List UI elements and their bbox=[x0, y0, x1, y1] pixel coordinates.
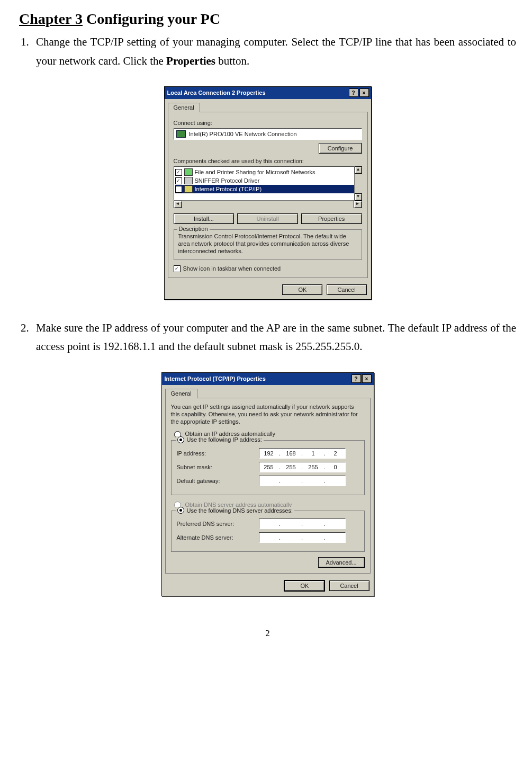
advanced-button[interactable]: Advanced... bbox=[318, 557, 365, 568]
horizontal-scrollbar[interactable]: ◄ ► bbox=[174, 200, 362, 208]
scroll-left-icon[interactable]: ◄ bbox=[174, 201, 182, 208]
page-number: 2 bbox=[19, 628, 516, 639]
dns-manual-group: Use the following DNS server addresses: … bbox=[171, 511, 365, 552]
scroll-down-icon[interactable]: ▼ bbox=[355, 193, 362, 201]
alternate-dns-input[interactable]: ... bbox=[259, 532, 346, 543]
tcpip-properties-dialog: Internet Protocol (TCP/IP) Properties ? … bbox=[161, 372, 374, 596]
scroll-up-icon[interactable]: ▲ bbox=[355, 166, 362, 174]
radio-use-following[interactable] bbox=[177, 436, 184, 443]
close-icon[interactable]: × bbox=[362, 374, 372, 383]
lan-properties-dialog: Local Area Connection 2 Properties ? × G… bbox=[164, 86, 372, 299]
close-icon[interactable]: × bbox=[359, 88, 369, 97]
protocol-icon bbox=[184, 177, 193, 184]
list-item: ✓ SNIFFER Protocol Driver bbox=[175, 176, 360, 185]
help-icon[interactable]: ? bbox=[349, 88, 358, 97]
uninstall-button: Uninstall bbox=[237, 213, 298, 224]
preferred-dns-input[interactable]: ... bbox=[259, 518, 346, 529]
cancel-button[interactable]: Cancel bbox=[329, 580, 369, 591]
titlebar[interactable]: Local Area Connection 2 Properties ? × bbox=[165, 87, 371, 99]
subnet-label: Subnet mask: bbox=[177, 464, 259, 470]
connect-using-label: Connect using: bbox=[174, 120, 362, 126]
adapter-field: Intel(R) PRO/100 VE Network Connection bbox=[174, 128, 362, 140]
checkbox-icon[interactable]: ✓ bbox=[175, 177, 182, 184]
info-note: You can get IP settings assigned automat… bbox=[171, 404, 365, 425]
ip-label: IP address: bbox=[177, 450, 259, 457]
service-icon bbox=[184, 168, 193, 176]
step-1: Change the TCP/IP setting of your managi… bbox=[32, 33, 516, 70]
configure-button[interactable]: Configure bbox=[319, 143, 362, 154]
step-2: Make sure the IP address of your compute… bbox=[32, 319, 516, 356]
description-text: Transmission Control Protocol/Internet P… bbox=[178, 233, 357, 255]
checkbox-icon[interactable]: ✓ bbox=[175, 169, 182, 176]
description-title: Description bbox=[177, 226, 210, 232]
protocol-icon bbox=[184, 185, 193, 193]
radio-dns-manual[interactable] bbox=[177, 507, 184, 514]
list-item: ✓ File and Printer Sharing for Microsoft… bbox=[175, 168, 360, 176]
components-listbox[interactable]: ✓ File and Printer Sharing for Microsoft… bbox=[174, 166, 362, 208]
show-icon-checkbox[interactable]: ✓ bbox=[174, 265, 181, 272]
window-title: Internet Protocol (TCP/IP) Properties bbox=[165, 375, 266, 382]
chapter-title: Configuring your PC bbox=[83, 11, 220, 27]
gateway-label: Default gateway: bbox=[177, 478, 259, 484]
cancel-button[interactable]: Cancel bbox=[327, 284, 367, 295]
install-button[interactable]: Install... bbox=[174, 213, 235, 224]
chapter-number: Chapter 3 bbox=[19, 11, 83, 27]
ip-address-input[interactable]: 192. 168. 1. 2 bbox=[259, 448, 346, 459]
window-title: Local Area Connection 2 Properties bbox=[167, 90, 266, 96]
preferred-dns-label: Preferred DNS server: bbox=[177, 521, 259, 527]
list-item-selected: ✓ Internet Protocol (TCP/IP) bbox=[175, 185, 360, 193]
show-icon-label: Show icon in taskbar when connected bbox=[183, 265, 281, 272]
ok-button[interactable]: OK bbox=[282, 284, 322, 295]
nic-icon bbox=[176, 130, 186, 138]
ip-manual-group: Use the following IP address: IP address… bbox=[171, 440, 365, 495]
titlebar[interactable]: Internet Protocol (TCP/IP) Properties ? … bbox=[162, 373, 374, 385]
description-group: Description Transmission Control Protoco… bbox=[174, 229, 362, 260]
tab-general[interactable]: General bbox=[165, 389, 197, 398]
checkbox-icon[interactable]: ✓ bbox=[175, 186, 182, 193]
adapter-name: Intel(R) PRO/100 VE Network Connection bbox=[189, 131, 297, 137]
vertical-scrollbar[interactable]: ▲ ▼ bbox=[354, 166, 362, 201]
chapter-heading: Chapter 3 Configuring your PC bbox=[19, 11, 516, 28]
tab-general[interactable]: General bbox=[168, 103, 200, 112]
default-gateway-input[interactable]: . . . bbox=[259, 476, 346, 486]
components-label: Components checked are used by this conn… bbox=[174, 158, 362, 164]
subnet-mask-input[interactable]: 255. 255. 255. 0 bbox=[259, 462, 346, 472]
scroll-right-icon[interactable]: ► bbox=[354, 201, 362, 208]
ok-button[interactable]: OK bbox=[284, 580, 325, 592]
properties-button[interactable]: Properties bbox=[301, 213, 362, 224]
help-icon[interactable]: ? bbox=[351, 374, 361, 383]
alternate-dns-label: Alternate DNS server: bbox=[177, 534, 259, 541]
